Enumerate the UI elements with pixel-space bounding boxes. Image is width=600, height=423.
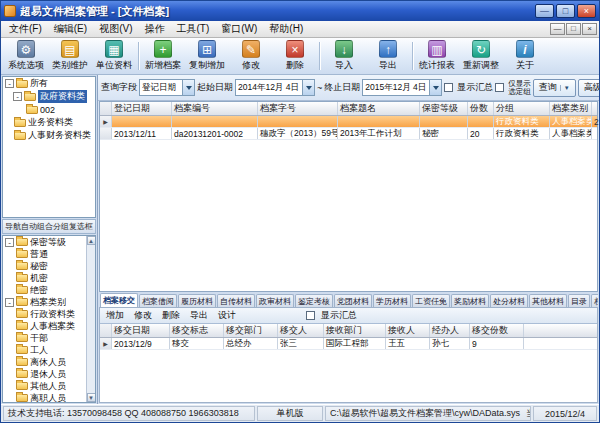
chevron-down-icon[interactable] <box>182 80 194 95</box>
tree-item-archive-category[interactable]: - 档案类别 <box>3 296 86 308</box>
edit-button[interactable]: ✎ 修改 <box>229 40 273 72</box>
tab-archive-borrow[interactable]: 档案借阅 <box>139 294 177 307</box>
tree-item-admin-data[interactable]: 行政资料类 <box>3 308 86 320</box>
menu-edit[interactable]: 编辑(E) <box>48 21 93 37</box>
tree-item-top-secret[interactable]: 绝密 <box>3 284 86 296</box>
column-header[interactable]: 档案类别 <box>550 102 592 115</box>
menu-help[interactable]: 帮助(H) <box>263 21 309 37</box>
tab-education-material[interactable]: 学历材料 <box>373 294 411 307</box>
column-header[interactable]: 档案题名 <box>338 102 420 115</box>
show-summary-checkbox[interactable] <box>444 83 453 92</box>
tree-item-resigned[interactable]: 离职人员 <box>3 392 86 402</box>
chevron-down-icon[interactable]: ▼ <box>560 85 570 91</box>
tab-resume-material[interactable]: 履历材料 <box>178 294 216 307</box>
tree-item-cadre[interactable]: 干部 <box>3 332 86 344</box>
search-button[interactable]: 查询 ▼ <box>533 79 576 97</box>
export-button[interactable]: ↑ 导出 <box>366 40 410 72</box>
tab-salary-appointment[interactable]: 工资任免 <box>412 294 450 307</box>
scroll-up-icon[interactable]: ▲ <box>87 236 96 245</box>
chevron-down-icon[interactable] <box>429 80 441 95</box>
tree-item-business[interactable]: 业务资料类 <box>3 116 95 129</box>
column-header[interactable]: 移交日期 <box>112 324 170 337</box>
table-row[interactable]: 2013/12/11 da20131201-0002 穗政字（2013）59号 … <box>100 128 597 140</box>
column-header[interactable]: 档案编号 <box>172 102 258 115</box>
tab-other-material[interactable]: 其他材料 <box>529 294 567 307</box>
delete-row-button[interactable]: 删除 <box>162 309 180 322</box>
column-header[interactable]: 移交人 <box>278 324 324 337</box>
minimize-icon[interactable]: — <box>535 4 554 18</box>
column-header[interactable]: 档案字号 <box>258 102 338 115</box>
column-header[interactable]: 移交部门 <box>224 324 278 337</box>
tab-punishment-material[interactable]: 处分材料 <box>490 294 528 307</box>
menu-view[interactable]: 视图(V) <box>93 21 138 37</box>
column-header[interactable]: 接收部门 <box>324 324 386 337</box>
menu-operate[interactable]: 操作 <box>138 21 170 37</box>
column-header[interactable]: 移交份数 <box>470 324 524 337</box>
edit-row-button[interactable]: 修改 <box>134 309 152 322</box>
tab-autobiography[interactable]: 自传材料 <box>217 294 255 307</box>
tree-item-government[interactable]: - 政府资料类 <box>3 90 95 103</box>
collapse-icon[interactable]: - <box>5 238 14 247</box>
query-field-select[interactable]: 登记日期 <box>139 79 195 96</box>
delete-button[interactable]: × 删除 <box>273 40 317 72</box>
tree-item-other[interactable]: 其他人员 <box>3 380 86 392</box>
tree-item-normal[interactable]: 普通 <box>3 248 86 260</box>
tab-appraisal[interactable]: 鉴定考核 <box>295 294 333 307</box>
system-options-button[interactable]: ⚙ 系统选项 <box>4 40 48 72</box>
mdi-minimize-icon[interactable]: — <box>550 23 565 35</box>
column-header[interactable]: 份数 <box>468 102 494 115</box>
tree-item-secret[interactable]: 秘密 <box>3 260 86 272</box>
advanced-button[interactable]: 高级 <box>578 79 600 97</box>
statistics-report-button[interactable]: ▥ 统计报表 <box>415 40 459 72</box>
chevron-down-icon[interactable] <box>302 80 314 95</box>
scroll-down-icon[interactable]: ▼ <box>87 393 96 402</box>
transfer-row[interactable]: ▶ 2013/12/9 移交 总经办 张三 国际工程部 王五 孙七 9 <box>100 338 597 350</box>
tab-catalog[interactable]: 目录 <box>568 294 590 307</box>
menu-file[interactable]: 文件(F) <box>3 21 48 37</box>
tree-item-confidential[interactable]: 机密 <box>3 272 86 284</box>
readjust-button[interactable]: ↻ 重新调整 <box>459 40 503 72</box>
tab-archive-transfer[interactable]: 档案移交 <box>100 293 138 307</box>
tree-item-worker[interactable]: 工人 <box>3 344 86 356</box>
about-button[interactable]: i 关于 <box>503 40 547 72</box>
unit-data-button[interactable]: ▦ 单位资料 <box>92 40 136 72</box>
end-date-picker[interactable]: 2015年12月 4日 <box>362 79 442 96</box>
collapse-icon[interactable]: - <box>5 79 14 88</box>
tree-item-lixiu[interactable]: 离休人员 <box>3 356 86 368</box>
column-header[interactable]: 接收人 <box>386 324 430 337</box>
column-header[interactable]: 保密等级 <box>420 102 468 115</box>
export-rows-button[interactable]: 导出 <box>190 309 208 322</box>
design-button[interactable]: 设计 <box>218 309 236 322</box>
mdi-restore-icon[interactable]: □ <box>566 23 581 35</box>
maximize-icon[interactable]: □ <box>556 4 575 18</box>
tree-item-security-level[interactable]: - 保密等级 <box>3 236 86 248</box>
add-button[interactable]: 增加 <box>106 309 124 322</box>
table-row-selected[interactable]: ▶ 行政资料类 人事档案类 2 <box>100 116 597 128</box>
import-button[interactable]: ↓ 导入 <box>322 40 366 72</box>
start-date-picker[interactable]: 2014年12月 4日 <box>235 79 315 96</box>
tree-item-all[interactable]: - 所有 <box>3 77 95 90</box>
menu-tools[interactable]: 工具(T) <box>170 21 215 37</box>
only-selected-group-checkbox[interactable] <box>495 83 504 92</box>
close-icon[interactable]: × <box>577 4 596 18</box>
tab-archive-manage[interactable]: 档案管理 <box>591 294 598 307</box>
mdi-close-icon[interactable]: × <box>582 23 597 35</box>
menu-window[interactable]: 窗口(W) <box>215 21 263 37</box>
tree-item-retired[interactable]: 退休人员 <box>3 368 86 380</box>
new-archive-button[interactable]: + 新增档案 <box>141 40 185 72</box>
tree-item-hr-finance[interactable]: 人事财务资料类 <box>3 129 95 142</box>
copy-add-button[interactable]: ⊞ 复制增加 <box>185 40 229 72</box>
subgrid-show-summary-checkbox[interactable] <box>306 311 315 320</box>
collapse-icon[interactable]: - <box>13 92 22 101</box>
column-header[interactable]: 登记日期 <box>112 102 172 115</box>
column-header[interactable]: 移交标志 <box>170 324 224 337</box>
tree-item-002[interactable]: 002 <box>3 103 95 116</box>
collapse-icon[interactable]: - <box>5 298 14 307</box>
tab-party-material[interactable]: 党团材料 <box>334 294 372 307</box>
tab-reward-material[interactable]: 奖励材料 <box>451 294 489 307</box>
tree-item-personnel-archive[interactable]: 人事档案类 <box>3 320 86 332</box>
tree-scrollbar[interactable]: ▲ ▼ <box>86 236 95 402</box>
column-header[interactable]: 分组 <box>494 102 550 115</box>
tab-political-review[interactable]: 政审材料 <box>256 294 294 307</box>
category-maintenance-button[interactable]: ▤ 类别维护 <box>48 40 92 72</box>
